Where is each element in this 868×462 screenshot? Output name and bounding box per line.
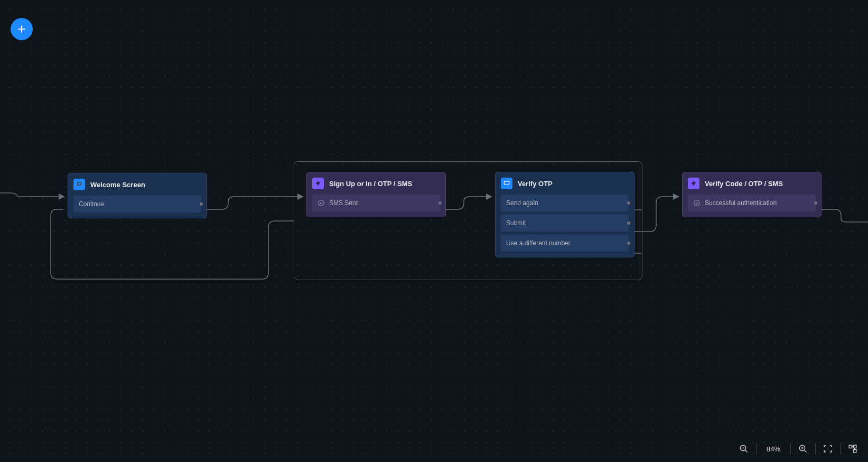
fit-screen-icon [823, 444, 833, 454]
action-continue[interactable]: Continue [73, 196, 201, 212]
action-submit[interactable]: Submit [501, 215, 629, 232]
zoom-out-button[interactable] [738, 443, 750, 455]
zoom-percent-label[interactable]: 84% [763, 445, 784, 453]
action-sms-sent[interactable]: SMS Sent [312, 195, 440, 211]
svg-rect-17 [854, 450, 856, 452]
action-label: Continue [79, 200, 104, 208]
separator [840, 443, 841, 455]
svg-rect-4 [505, 182, 509, 184]
svg-rect-15 [849, 445, 852, 448]
zoom-toolbar: 84% [738, 443, 858, 455]
zoom-out-icon [739, 444, 749, 454]
check-circle-icon [693, 199, 701, 207]
monitor-icon [73, 179, 85, 190]
svg-point-2 [319, 200, 324, 206]
action-send-again[interactable]: Send again [501, 195, 629, 211]
check-circle-icon [318, 199, 325, 207]
node-signup-otp-sms[interactable]: Sign Up or In / OTP / SMS SMS Sent [306, 172, 446, 217]
svg-line-9 [745, 450, 748, 452]
svg-rect-1 [77, 183, 81, 186]
output-port[interactable] [438, 201, 442, 205]
output-port[interactable] [627, 242, 630, 245]
node-title: Welcome Screen [90, 181, 145, 189]
plus-icon [16, 24, 27, 34]
output-port[interactable] [814, 201, 817, 205]
auto-layout-button[interactable] [847, 443, 858, 455]
action-use-different-number[interactable]: Use a different number [501, 235, 629, 252]
action-label: Submit [506, 219, 526, 227]
node-verify-code-otp-sms[interactable]: Verify Code / OTP / SMS Successful authe… [682, 172, 822, 217]
separator [756, 443, 757, 455]
svg-rect-16 [854, 445, 856, 448]
bolt-icon [688, 178, 699, 189]
svg-point-5 [694, 200, 700, 206]
output-port[interactable] [627, 221, 630, 225]
separator [790, 443, 791, 455]
action-successful-authentication[interactable]: Successful authentication [688, 195, 816, 211]
node-title: Sign Up or In / OTP / SMS [329, 180, 412, 188]
node-title: Verify Code / OTP / SMS [705, 180, 783, 188]
fit-to-screen-button[interactable] [822, 443, 834, 455]
svg-line-12 [804, 450, 807, 452]
action-label: Successful authentication [705, 199, 777, 207]
node-title: Verify OTP [518, 180, 553, 188]
zoom-in-button[interactable] [797, 443, 809, 455]
separator [815, 443, 816, 455]
action-label: SMS Sent [329, 199, 358, 207]
action-label: Use a different number [506, 239, 571, 247]
monitor-icon [501, 178, 512, 189]
zoom-in-icon [798, 444, 808, 454]
action-label: Send again [506, 199, 538, 207]
node-verify-otp[interactable]: Verify OTP Send again Submit Use a diffe… [495, 172, 634, 257]
node-welcome-screen[interactable]: Welcome Screen Continue [68, 173, 207, 218]
auto-layout-icon [848, 444, 857, 454]
bolt-icon [312, 178, 324, 189]
add-node-button[interactable] [11, 18, 33, 40]
output-port[interactable] [200, 202, 203, 206]
flow-canvas[interactable]: Welcome Screen Continue Sign Up or In / … [0, 0, 868, 462]
output-port[interactable] [627, 201, 630, 205]
